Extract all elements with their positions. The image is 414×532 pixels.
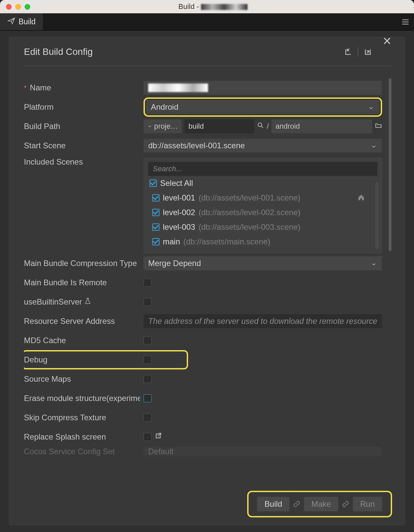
cocos-select[interactable]: Default xyxy=(144,447,382,457)
scenes-scrollbar[interactable] xyxy=(375,182,379,249)
home-icon[interactable] xyxy=(358,194,365,203)
row-start-scene: Start Scene db://assets/level-001.scene xyxy=(24,136,382,155)
row-remote: Main Bundle Is Remote xyxy=(24,273,382,292)
required-marker: * xyxy=(24,84,27,92)
row-erase: Erase module structure(experimental) xyxy=(24,389,382,408)
link-icon[interactable] xyxy=(341,500,350,508)
row-skip-compress: Skip Compress Texture xyxy=(24,408,382,427)
panel-inner: Edit Build Config xyxy=(9,37,405,525)
scene-item[interactable]: level-003 (db://assets/level-003.scene) xyxy=(151,220,375,234)
row-cocos-service: Cocos Service Config Set Default xyxy=(24,447,382,457)
start-scene-label: Start Scene xyxy=(24,141,65,150)
run-button[interactable]: Run xyxy=(353,497,382,511)
source-maps-checkbox[interactable] xyxy=(144,375,152,383)
debug-label: Debug xyxy=(24,355,48,364)
folder-open-icon[interactable] xyxy=(375,122,382,131)
select-all-row[interactable]: Select All xyxy=(148,176,377,191)
window: Build - Build Edit Build Config xyxy=(0,0,414,532)
edit-external-icon[interactable] xyxy=(154,432,162,442)
path-separator: / xyxy=(267,122,269,131)
platform-select[interactable]: Android xyxy=(146,100,379,114)
row-debug: Debug xyxy=(24,350,382,369)
scene-items: level-001 (db://assets/level-001.scene) … xyxy=(148,191,377,249)
svg-point-0 xyxy=(258,123,262,127)
build-path-label: Build Path xyxy=(24,122,60,131)
scene-path: (db://assets/level-001.scene) xyxy=(198,193,300,202)
link-icon[interactable] xyxy=(292,500,301,508)
erase-checkbox[interactable] xyxy=(144,394,152,402)
cocos-label: Cocos Service Config Set xyxy=(24,447,115,456)
scene-checkbox[interactable] xyxy=(152,223,159,231)
scrollbar-track[interactable] xyxy=(388,78,392,254)
scene-name: level-002 xyxy=(163,208,195,217)
skip-compress-label: Skip Compress Texture xyxy=(24,413,106,422)
build-path-root-select[interactable]: proje… xyxy=(144,119,182,133)
tab-build-label: Build xyxy=(19,17,36,26)
row-splash: Replace Splash screen xyxy=(24,427,382,447)
row-resource-server: Resource Server Address xyxy=(24,312,382,331)
form: * Name Platform xyxy=(24,78,392,487)
build-path-output-value: android xyxy=(275,122,300,131)
scene-path: (db://assets/level-003.scene) xyxy=(198,222,300,232)
scene-checkbox[interactable] xyxy=(152,209,159,216)
build-path-output[interactable]: android xyxy=(271,119,372,133)
start-scene-select[interactable]: db://assets/level-001.scene xyxy=(144,139,382,153)
chevron-down-icon xyxy=(368,104,375,110)
window-minimize-button[interactable] xyxy=(15,4,21,10)
scrollbar-thumb[interactable] xyxy=(389,78,391,251)
md5-label: MD5 Cache xyxy=(24,336,66,345)
remote-label: Main Bundle Is Remote xyxy=(24,278,107,287)
platform-highlight: Android xyxy=(144,97,382,117)
name-value-redacted xyxy=(148,83,208,92)
scene-checkbox[interactable] xyxy=(152,238,159,245)
select-all-checkbox[interactable] xyxy=(150,180,157,187)
compression-label: Main Bundle Compression Type xyxy=(24,259,137,268)
action-bar: Build Make Run xyxy=(24,491,392,517)
build-button[interactable]: Build xyxy=(257,497,289,511)
scene-checkbox[interactable] xyxy=(152,194,159,201)
scene-item[interactable]: main (db://assets/main.scene) xyxy=(151,234,375,249)
build-path-input[interactable] xyxy=(184,119,254,133)
row-platform: Platform Android xyxy=(24,97,382,117)
name-input[interactable] xyxy=(144,81,382,95)
tab-build[interactable]: Build xyxy=(0,13,43,30)
menu-button[interactable] xyxy=(397,13,414,30)
remote-checkbox[interactable] xyxy=(144,279,152,287)
panel-title: Edit Build Config xyxy=(24,47,337,57)
chevron-down-icon xyxy=(148,122,152,131)
separator xyxy=(358,47,358,57)
experimental-icon xyxy=(84,297,91,307)
paper-plane-icon xyxy=(7,17,15,27)
row-build-path: Build Path proje… / android xyxy=(24,117,382,136)
window-title: Build - xyxy=(6,2,414,11)
builtin-server-label: useBuiltinServer xyxy=(24,297,82,307)
md5-checkbox[interactable] xyxy=(144,336,152,344)
make-button[interactable]: Make xyxy=(304,497,338,511)
window-controls xyxy=(6,4,30,10)
search-icon[interactable] xyxy=(257,122,264,131)
scene-name: level-003 xyxy=(163,222,195,232)
scene-item[interactable]: level-002 (db://assets/level-002.scene) xyxy=(151,205,375,220)
chevron-down-icon xyxy=(371,142,377,149)
debug-checkbox[interactable] xyxy=(144,356,152,364)
panel: Edit Build Config xyxy=(0,31,414,532)
row-included-scenes: Included Scenes Select All xyxy=(24,155,382,254)
splash-checkbox[interactable] xyxy=(144,433,152,441)
skip-compress-checkbox[interactable] xyxy=(144,414,152,422)
row-source-maps: Source Maps xyxy=(24,369,382,389)
scene-name: level-001 xyxy=(163,193,195,202)
builtin-server-checkbox[interactable] xyxy=(144,298,152,306)
scene-item[interactable]: level-001 (db://assets/level-001.scene) xyxy=(151,191,375,205)
scenes-search-input[interactable] xyxy=(148,162,377,176)
window-zoom-button[interactable] xyxy=(25,4,30,10)
tab-bar: Build xyxy=(0,13,414,31)
row-md5: MD5 Cache xyxy=(24,331,382,350)
erase-label: Erase module structure(experimental) xyxy=(24,394,140,403)
compression-select[interactable]: Merge Depend xyxy=(144,256,382,270)
import-icon[interactable] xyxy=(343,47,353,57)
chevron-down-icon xyxy=(371,260,377,267)
close-panel-button[interactable] xyxy=(382,37,392,48)
export-icon[interactable] xyxy=(363,47,373,57)
resource-server-input[interactable] xyxy=(144,314,382,328)
window-close-button[interactable] xyxy=(6,4,12,10)
